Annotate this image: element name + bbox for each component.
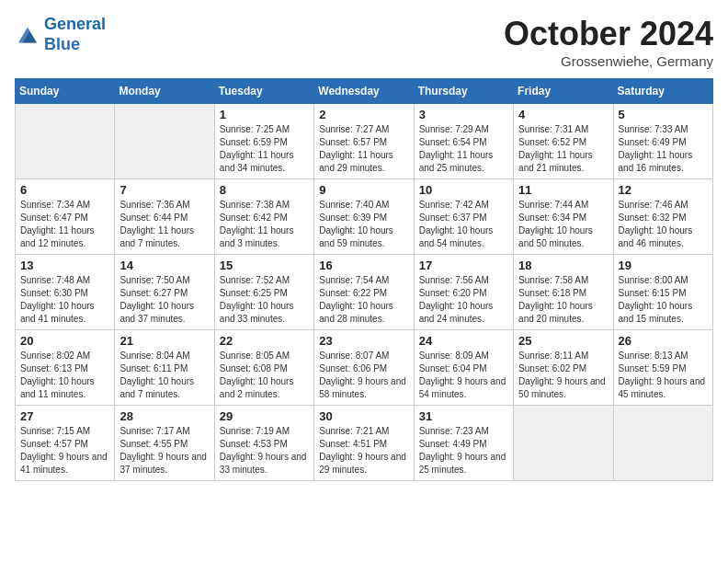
day-detail: Sunrise: 7:50 AMSunset: 6:27 PMDaylight:… (119, 274, 209, 326)
day-number: 10 (419, 183, 508, 197)
table-cell (115, 104, 214, 179)
week-row-4: 20Sunrise: 8:02 AMSunset: 6:13 PMDayligh… (16, 330, 713, 406)
week-row-3: 13Sunrise: 7:48 AMSunset: 6:30 PMDayligh… (16, 255, 713, 330)
title-area: October 2024 Grossenwiehe, Germany (504, 15, 713, 69)
day-number: 30 (319, 409, 408, 423)
day-number: 23 (319, 334, 408, 348)
month-title: October 2024 (504, 15, 713, 53)
day-number: 16 (319, 259, 408, 272)
table-cell: 25Sunrise: 8:11 AMSunset: 6:02 PMDayligh… (514, 330, 613, 406)
day-detail: Sunrise: 8:05 AMSunset: 6:08 PMDaylight:… (220, 350, 309, 401)
day-detail: Sunrise: 7:27 AMSunset: 6:57 PMDaylight:… (319, 123, 408, 175)
header-sunday: Sunday (16, 79, 115, 104)
day-detail: Sunrise: 7:21 AMSunset: 4:51 PMDaylight:… (319, 425, 408, 477)
table-cell: 31Sunrise: 7:23 AMSunset: 4:49 PMDayligh… (414, 406, 513, 481)
day-detail: Sunrise: 8:04 AMSunset: 6:11 PMDaylight:… (119, 350, 209, 401)
day-detail: Sunrise: 7:34 AMSunset: 6:47 PMDaylight:… (20, 199, 109, 250)
day-detail: Sunrise: 7:44 AMSunset: 6:34 PMDaylight:… (518, 199, 608, 250)
table-cell: 4Sunrise: 7:31 AMSunset: 6:52 PMDaylight… (514, 104, 613, 179)
table-cell (514, 406, 613, 481)
table-cell: 20Sunrise: 8:02 AMSunset: 6:13 PMDayligh… (16, 330, 115, 406)
header-friday: Friday (514, 79, 613, 104)
header-monday: Monday (115, 79, 214, 104)
header-thursday: Thursday (414, 79, 513, 104)
day-number: 28 (119, 409, 209, 423)
day-number: 20 (20, 334, 109, 348)
day-detail: Sunrise: 7:38 AMSunset: 6:42 PMDaylight:… (220, 199, 309, 250)
logo-icon (17, 26, 39, 44)
table-cell: 6Sunrise: 7:34 AMSunset: 6:47 PMDaylight… (16, 179, 115, 255)
day-detail: Sunrise: 7:56 AMSunset: 6:20 PMDaylight:… (419, 274, 508, 326)
day-number: 4 (518, 108, 608, 121)
header-wednesday: Wednesday (314, 79, 414, 104)
table-cell: 9Sunrise: 7:40 AMSunset: 6:39 PMDaylight… (314, 179, 414, 255)
day-detail: Sunrise: 7:29 AMSunset: 6:54 PMDaylight:… (419, 123, 508, 175)
table-cell: 30Sunrise: 7:21 AMSunset: 4:51 PMDayligh… (314, 406, 414, 481)
table-cell: 7Sunrise: 7:36 AMSunset: 6:44 PMDaylight… (115, 179, 214, 255)
table-cell: 22Sunrise: 8:05 AMSunset: 6:08 PMDayligh… (214, 330, 313, 406)
day-detail: Sunrise: 7:15 AMSunset: 4:57 PMDaylight:… (20, 425, 109, 477)
table-cell: 27Sunrise: 7:15 AMSunset: 4:57 PMDayligh… (16, 406, 115, 481)
table-cell: 18Sunrise: 7:58 AMSunset: 6:18 PMDayligh… (514, 255, 613, 330)
day-number: 17 (419, 259, 508, 272)
day-detail: Sunrise: 7:25 AMSunset: 6:59 PMDaylight:… (220, 123, 309, 175)
table-cell: 17Sunrise: 7:56 AMSunset: 6:20 PMDayligh… (414, 255, 513, 330)
day-detail: Sunrise: 7:31 AMSunset: 6:52 PMDaylight:… (518, 123, 608, 175)
day-number: 2 (319, 108, 408, 121)
day-detail: Sunrise: 7:54 AMSunset: 6:22 PMDaylight:… (319, 274, 408, 326)
logo: General Blue (15, 15, 106, 54)
table-cell: 16Sunrise: 7:54 AMSunset: 6:22 PMDayligh… (314, 255, 414, 330)
day-number: 8 (220, 183, 309, 197)
day-number: 18 (518, 259, 608, 272)
day-detail: Sunrise: 8:09 AMSunset: 6:04 PMDaylight:… (419, 350, 508, 401)
day-detail: Sunrise: 7:46 AMSunset: 6:32 PMDaylight:… (619, 199, 708, 250)
header-row: SundayMondayTuesdayWednesdayThursdayFrid… (16, 79, 713, 104)
day-number: 11 (518, 183, 608, 197)
day-detail: Sunrise: 7:19 AMSunset: 4:53 PMDaylight:… (220, 425, 309, 477)
day-detail: Sunrise: 7:33 AMSunset: 6:49 PMDaylight:… (619, 123, 708, 175)
location: Grossenwiehe, Germany (504, 53, 713, 69)
day-number: 19 (619, 259, 708, 272)
table-cell: 8Sunrise: 7:38 AMSunset: 6:42 PMDaylight… (214, 179, 313, 255)
table-cell: 13Sunrise: 7:48 AMSunset: 6:30 PMDayligh… (16, 255, 115, 330)
day-detail: Sunrise: 7:42 AMSunset: 6:37 PMDaylight:… (419, 199, 508, 250)
day-number: 13 (20, 259, 109, 272)
day-number: 12 (619, 183, 708, 197)
table-cell (613, 406, 712, 481)
page-header: General Blue October 2024 Grossenwiehe, … (15, 15, 713, 69)
table-cell: 5Sunrise: 7:33 AMSunset: 6:49 PMDaylight… (613, 104, 712, 179)
day-detail: Sunrise: 8:00 AMSunset: 6:15 PMDaylight:… (619, 274, 708, 326)
day-number: 14 (119, 259, 209, 272)
table-cell: 26Sunrise: 8:13 AMSunset: 5:59 PMDayligh… (613, 330, 712, 406)
day-number: 25 (518, 334, 608, 348)
week-row-2: 6Sunrise: 7:34 AMSunset: 6:47 PMDaylight… (16, 179, 713, 255)
table-cell: 24Sunrise: 8:09 AMSunset: 6:04 PMDayligh… (414, 330, 513, 406)
day-detail: Sunrise: 7:36 AMSunset: 6:44 PMDaylight:… (119, 199, 209, 250)
week-row-5: 27Sunrise: 7:15 AMSunset: 4:57 PMDayligh… (16, 406, 713, 481)
day-number: 5 (619, 108, 708, 121)
table-cell: 21Sunrise: 8:04 AMSunset: 6:11 PMDayligh… (115, 330, 214, 406)
table-cell: 15Sunrise: 7:52 AMSunset: 6:25 PMDayligh… (214, 255, 313, 330)
day-number: 1 (220, 108, 309, 121)
day-number: 7 (119, 183, 209, 197)
table-cell: 11Sunrise: 7:44 AMSunset: 6:34 PMDayligh… (514, 179, 613, 255)
logo-line1: General (44, 15, 106, 33)
day-number: 9 (319, 183, 408, 197)
table-cell: 10Sunrise: 7:42 AMSunset: 6:37 PMDayligh… (414, 179, 513, 255)
header-saturday: Saturday (613, 79, 712, 104)
day-number: 3 (419, 108, 508, 121)
day-number: 21 (119, 334, 209, 348)
day-number: 24 (419, 334, 508, 348)
header-tuesday: Tuesday (214, 79, 313, 104)
table-cell: 12Sunrise: 7:46 AMSunset: 6:32 PMDayligh… (613, 179, 712, 255)
calendar-table: SundayMondayTuesdayWednesdayThursdayFrid… (15, 78, 713, 481)
day-detail: Sunrise: 7:17 AMSunset: 4:55 PMDaylight:… (119, 425, 209, 477)
table-cell: 2Sunrise: 7:27 AMSunset: 6:57 PMDaylight… (314, 104, 414, 179)
table-cell: 3Sunrise: 7:29 AMSunset: 6:54 PMDaylight… (414, 104, 513, 179)
day-detail: Sunrise: 7:40 AMSunset: 6:39 PMDaylight:… (319, 199, 408, 250)
logo-line2: Blue (44, 35, 80, 53)
week-row-1: 1Sunrise: 7:25 AMSunset: 6:59 PMDaylight… (16, 104, 713, 179)
day-number: 31 (419, 409, 508, 423)
day-detail: Sunrise: 8:07 AMSunset: 6:06 PMDaylight:… (319, 350, 408, 401)
day-detail: Sunrise: 7:48 AMSunset: 6:30 PMDaylight:… (20, 274, 109, 326)
